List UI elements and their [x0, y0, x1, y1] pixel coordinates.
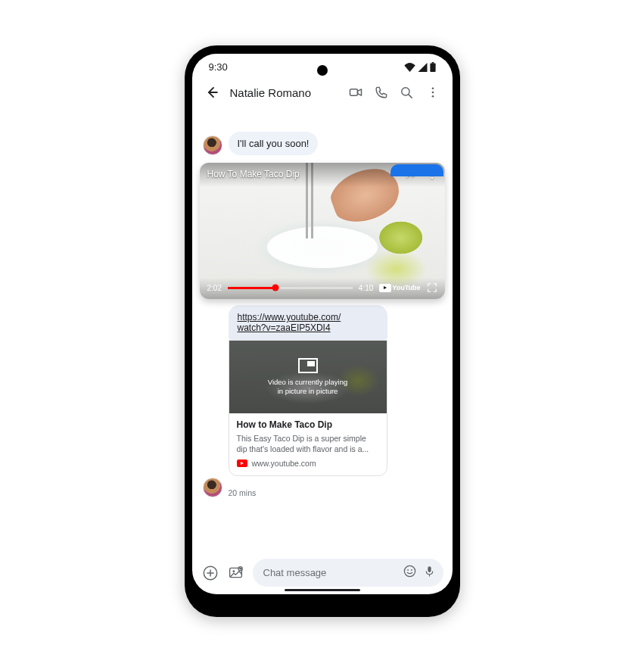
link-bubble[interactable]: https://www.youtube.com/ watch?v=zaaEIP5…: [229, 305, 387, 340]
svg-point-15: [232, 570, 235, 572]
gallery-button[interactable]: [227, 564, 245, 582]
svg-point-19: [404, 565, 415, 576]
pip-icon: [298, 358, 318, 373]
more-options-button[interactable]: [422, 82, 443, 103]
voice-call-button[interactable]: [371, 82, 392, 103]
thumbnail-overlay: Video is currently playing in picture in…: [229, 341, 387, 413]
svg-rect-22: [428, 566, 431, 572]
fullscreen-icon[interactable]: [427, 282, 437, 293]
video-elapsed: 2:02: [207, 284, 222, 292]
svg-point-6: [431, 92, 434, 94]
search-button[interactable]: [397, 82, 418, 103]
youtube-badge-icon: [237, 460, 247, 467]
voice-input-button[interactable]: [423, 564, 436, 581]
message-timestamp: 20 mins: [229, 488, 257, 497]
link-url-line2: watch?v=zaaEIP5XDI4: [238, 322, 331, 333]
pip-video-player[interactable]: How To Make Taco Dip 2:02 4:10: [200, 163, 445, 299]
message-text: I'll call you soon!: [238, 138, 310, 149]
video-progress-handle[interactable]: [272, 285, 278, 291]
svg-point-3: [402, 87, 409, 95]
signal-icon: [418, 63, 428, 72]
video-title: How To Make Taco Dip: [207, 169, 300, 179]
wifi-icon: [404, 63, 415, 72]
phone-frame: 9:30 Natalie Romano: [185, 45, 460, 617]
link-preview-column: https://www.youtube.com/ watch?v=zaaEIP5…: [192, 305, 453, 476]
card-body: How to Make Taco Dip This Easy Taco Dip …: [229, 413, 387, 475]
svg-rect-1: [431, 62, 434, 64]
reaction-chip[interactable]: [390, 164, 443, 176]
avatar[interactable]: [203, 136, 222, 155]
youtube-text: YouTube: [392, 284, 420, 291]
message-bubble[interactable]: I'll call you soon!: [229, 132, 319, 155]
svg-rect-2: [350, 89, 357, 95]
chat-area[interactable]: I'll call you soon! How To Make Taco Dip: [192, 111, 453, 554]
avatar[interactable]: [203, 478, 222, 497]
video-call-button[interactable]: [345, 82, 366, 103]
status-icons: [404, 62, 436, 72]
youtube-logo[interactable]: YouTube: [379, 284, 420, 292]
svg-point-21: [410, 569, 412, 571]
card-source: www.youtube.com: [237, 459, 379, 468]
battery-icon: [430, 62, 436, 72]
emoji-button[interactable]: [403, 564, 417, 581]
youtube-play-icon: [379, 284, 391, 292]
link-url-line1: https://www.youtube.com/: [238, 312, 341, 322]
video-bottom-bar: 2:02 4:10 YouTube: [200, 278, 445, 299]
video-duration: 4:10: [359, 284, 373, 292]
message-row: I'll call you soon!: [192, 129, 453, 158]
card-title: How to Make Taco Dip: [237, 419, 379, 430]
card-thumbnail: Video is currently playing in picture in…: [229, 341, 387, 413]
video-progress[interactable]: [228, 287, 353, 289]
screen: 9:30 Natalie Romano: [192, 54, 453, 594]
input-placeholder: Chat message: [263, 567, 397, 578]
svg-line-4: [409, 94, 412, 98]
link-preview-card[interactable]: Video is currently playing in picture in…: [229, 340, 387, 476]
app-bar: Natalie Romano: [192, 77, 453, 111]
source-domain: www.youtube.com: [252, 459, 316, 468]
camera-hole: [317, 65, 328, 76]
svg-point-7: [431, 95, 434, 98]
message-input[interactable]: Chat message: [253, 559, 443, 587]
status-time: 9:30: [209, 61, 228, 73]
svg-rect-0: [430, 63, 435, 72]
svg-point-5: [431, 87, 434, 89]
svg-point-20: [407, 569, 409, 571]
contact-name[interactable]: Natalie Romano: [227, 86, 341, 99]
back-button[interactable]: [201, 82, 222, 103]
add-attachment-button[interactable]: [201, 564, 219, 582]
video-progress-fill: [228, 287, 275, 289]
nav-pill[interactable]: [285, 589, 360, 592]
card-description: This Easy Taco Dip is a super simple dip…: [237, 433, 379, 454]
timestamp-row: 20 mins: [192, 476, 453, 502]
overlay-text: Video is currently playing in picture in…: [268, 378, 347, 397]
svg-point-10: [431, 177, 432, 179]
